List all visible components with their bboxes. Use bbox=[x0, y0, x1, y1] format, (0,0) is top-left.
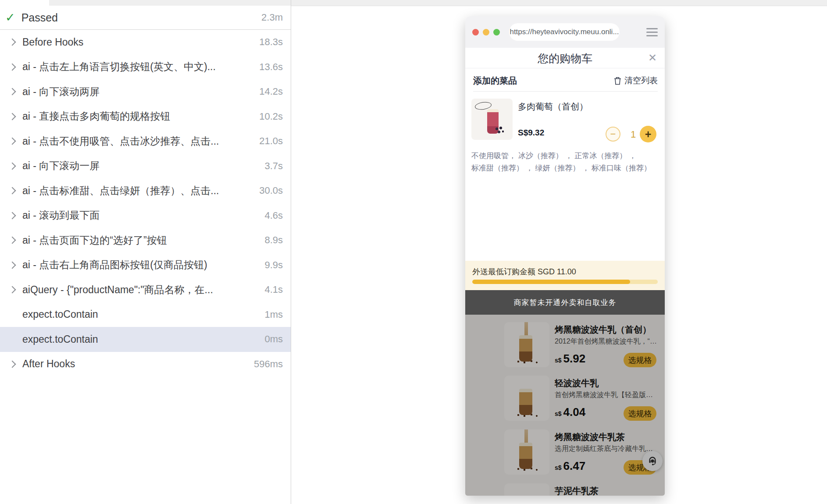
test-report-panel: ✓ Passed 2.3m Before Hooks 18.3s ai - 点击… bbox=[0, 6, 291, 504]
test-step-row[interactable]: ai - 点击标准甜、点击绿妍（推荐）、点击... 30.0s bbox=[0, 178, 291, 203]
test-step-label: Before Hooks bbox=[22, 36, 254, 48]
test-step-duration: 1ms bbox=[264, 309, 283, 320]
test-step-label: ai - 点击左上角语言切换按钮(英文、中文)... bbox=[22, 60, 254, 74]
min-order-banner: 外送最低订购金额 SGD 11.00 bbox=[465, 261, 665, 290]
url-bar[interactable]: https://heyteavivocity.meuu.onli... bbox=[509, 23, 620, 41]
test-step-row[interactable]: ai - 直接点击多肉葡萄的规格按钮 10.2s bbox=[0, 104, 291, 129]
test-step-label: After Hooks bbox=[22, 358, 249, 370]
test-step-duration: 3.7s bbox=[264, 160, 283, 172]
options-line-2: 标准甜（推荐） ， 绿妍（推荐） ， 标准口味（推荐） bbox=[471, 162, 660, 174]
close-icon[interactable]: ✕ bbox=[648, 52, 657, 64]
cart-title: 您的购物车 bbox=[465, 51, 665, 66]
chevron-right-icon bbox=[9, 187, 16, 195]
test-step-row[interactable]: expect.toContain 1ms bbox=[0, 302, 291, 327]
test-step-duration: 21.0s bbox=[259, 135, 283, 147]
test-step-label: expect.toContain bbox=[22, 334, 259, 345]
test-step-label: ai - 点击标准甜、点击绿妍（推荐）、点击... bbox=[22, 184, 254, 198]
test-step-label: expect.toContain bbox=[22, 309, 259, 320]
test-step-row[interactable]: Before Hooks 18.3s bbox=[0, 30, 291, 55]
traffic-light-close-icon[interactable] bbox=[472, 29, 479, 35]
browser-chrome-bar: https://heyteavivocity.meuu.onli... bbox=[465, 16, 665, 48]
cart-product-price: S$9.32 bbox=[518, 128, 544, 138]
test-step-label: ai - 滚动到最下面 bbox=[22, 209, 259, 222]
test-step-label: ai - 点击页面下边的“选好了”按钮 bbox=[22, 234, 259, 247]
min-order-progress-track bbox=[472, 280, 658, 284]
test-step-label: ai - 点击不使用吸管、点击冰沙推荐、点击... bbox=[22, 135, 254, 148]
chevron-right-icon bbox=[9, 39, 16, 46]
store-notice-bar: 商家暂未开通外卖和自取业务 bbox=[465, 290, 665, 315]
cart-product-image bbox=[471, 99, 513, 140]
panel-divider bbox=[291, 0, 291, 504]
chevron-right-icon bbox=[9, 138, 16, 145]
cart-product-options: 不使用吸管， 冰沙（推荐） ， 正常冰（推荐） ， 标准甜（推荐） ， 绿妍（推… bbox=[471, 150, 660, 174]
test-step-row-selected[interactable]: expect.toContain 0ms bbox=[0, 327, 291, 352]
chevron-right-icon bbox=[9, 162, 16, 170]
test-step-row[interactable]: ai - 点击左上角语言切换按钮(英文、中文)... 13.6s bbox=[0, 55, 291, 80]
test-step-duration: 0ms bbox=[264, 334, 283, 345]
chevron-right-icon bbox=[9, 286, 16, 294]
test-step-duration: 8.9s bbox=[264, 234, 283, 246]
test-step-label: aiQuery - {"productName":"商品名称，在... bbox=[22, 283, 259, 297]
chevron-right-icon bbox=[9, 237, 16, 244]
test-step-duration: 10.2s bbox=[259, 111, 283, 122]
test-status-row: ✓ Passed 2.3m bbox=[0, 6, 291, 30]
grapes-graphic bbox=[494, 126, 506, 135]
clear-cart-button[interactable]: 清空列表 bbox=[614, 75, 658, 86]
phone-preview: https://heyteavivocity.meuu.onli... 您的购物… bbox=[465, 16, 665, 496]
divider bbox=[473, 91, 658, 92]
traffic-light-minimize-icon[interactable] bbox=[483, 29, 489, 35]
test-step-label: ai - 向下滚动两屏 bbox=[22, 85, 254, 99]
chevron-right-icon bbox=[9, 88, 16, 96]
cart-product-name: 多肉葡萄（首创） bbox=[518, 101, 588, 113]
test-step-row[interactable]: ai - 向下滚动两屏 14.2s bbox=[0, 79, 291, 104]
active-tab-stub[interactable] bbox=[0, 0, 49, 6]
test-step-row[interactable]: ai - 滚动到最下面 4.6s bbox=[0, 203, 291, 228]
test-step-label: ai - 直接点击多肉葡萄的规格按钮 bbox=[22, 110, 254, 123]
check-icon: ✓ bbox=[5, 12, 15, 24]
cart-section-title: 添加的菜品 bbox=[473, 75, 614, 87]
test-step-row[interactable]: ai - 向下滚动一屏 3.7s bbox=[0, 154, 291, 179]
test-step-row[interactable]: ai - 点击右上角商品图标按钮(仅商品按钮) 9.9s bbox=[0, 253, 291, 278]
test-step-row[interactable]: After Hooks 596ms bbox=[0, 352, 291, 377]
test-status-duration: 2.3m bbox=[261, 12, 283, 23]
trash-icon bbox=[614, 77, 621, 85]
cart-section-row: 添加的菜品 清空列表 bbox=[473, 74, 658, 87]
test-step-label: ai - 点击右上角商品图标按钮(仅商品按钮) bbox=[22, 258, 259, 272]
min-order-text: 外送最低订购金额 SGD 11.00 bbox=[472, 266, 576, 277]
traffic-light-zoom-icon[interactable] bbox=[493, 29, 500, 35]
chevron-right-icon bbox=[9, 63, 16, 71]
test-step-row[interactable]: ai - 点击页面下边的“选好了”按钮 8.9s bbox=[0, 228, 291, 253]
test-step-label: ai - 向下滚动一屏 bbox=[22, 159, 259, 173]
test-step-duration: 4.1s bbox=[264, 284, 283, 295]
test-step-row[interactable]: ai - 点击不使用吸管、点击冰沙推荐、点击... 21.0s bbox=[0, 129, 291, 154]
test-step-duration: 13.6s bbox=[259, 61, 283, 73]
chevron-right-icon bbox=[9, 360, 16, 368]
clear-cart-label: 清空列表 bbox=[624, 75, 658, 86]
quantity-decrease-button[interactable]: − bbox=[606, 127, 620, 142]
test-status-label: Passed bbox=[21, 11, 261, 24]
test-step-row[interactable]: aiQuery - {"productName":"商品名称，在... 4.1s bbox=[0, 277, 291, 302]
test-step-duration: 596ms bbox=[254, 358, 283, 370]
cart-header: 您的购物车 ✕ bbox=[465, 48, 665, 68]
quantity-increase-button[interactable]: + bbox=[640, 126, 656, 142]
chevron-right-icon bbox=[9, 261, 16, 269]
chevron-right-icon bbox=[9, 113, 16, 120]
top-strip bbox=[0, 0, 827, 6]
test-step-duration: 18.3s bbox=[259, 36, 283, 48]
test-step-duration: 30.0s bbox=[259, 185, 283, 196]
min-order-progress-fill bbox=[472, 280, 630, 284]
options-line-1: 不使用吸管， 冰沙（推荐） ， 正常冰（推荐） ， bbox=[471, 150, 660, 162]
test-step-duration: 14.2s bbox=[259, 86, 283, 97]
hamburger-menu-icon[interactable] bbox=[646, 28, 658, 36]
disabled-menu-overlay bbox=[465, 315, 665, 496]
test-step-duration: 9.9s bbox=[264, 259, 283, 271]
test-step-duration: 4.6s bbox=[264, 210, 283, 221]
url-text: https://heyteavivocity.meuu.onli... bbox=[510, 28, 619, 36]
chevron-right-icon bbox=[9, 212, 16, 219]
